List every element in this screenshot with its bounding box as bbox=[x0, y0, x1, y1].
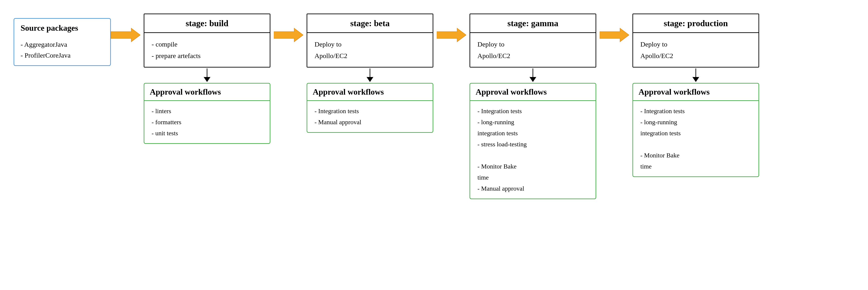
down-arrow-production bbox=[690, 68, 702, 82]
approval-production-item-4 bbox=[640, 139, 751, 150]
approval-production-header: Approval workflows bbox=[633, 83, 758, 101]
approval-production-item-1: - Integration tests bbox=[640, 106, 751, 116]
approval-beta-box: Approval workflows - Integration tests -… bbox=[307, 83, 433, 133]
source-item-2: - ProfilerCoreJava bbox=[21, 50, 104, 61]
svg-marker-8 bbox=[529, 77, 536, 82]
approval-gamma-header: Approval workflows bbox=[470, 83, 595, 101]
approval-gamma-item-8: - Manual approval bbox=[477, 183, 588, 194]
approval-gamma-item-7: time bbox=[477, 172, 588, 183]
source-item-1: - AggregatorJava bbox=[21, 39, 104, 50]
stage-build-item-2: - prepare artefacts bbox=[152, 50, 262, 62]
approval-build-item-3: - unit tests bbox=[152, 128, 262, 139]
approval-production-title: Approval workflows bbox=[639, 87, 710, 97]
stage-production-item-2: Apollo/EC2 bbox=[640, 50, 751, 62]
stage-beta-header: stage: beta bbox=[307, 14, 433, 33]
svg-marker-2 bbox=[204, 77, 211, 82]
approval-build-title: Approval workflows bbox=[150, 87, 221, 97]
stage-gamma-item-1: Deploy to bbox=[477, 38, 588, 50]
svg-marker-9 bbox=[600, 28, 629, 42]
approval-gamma-item-1: - Integration tests bbox=[477, 106, 588, 116]
svg-marker-0 bbox=[111, 28, 140, 42]
diagram-container: Source packages - AggregatorJava - Profi… bbox=[0, 0, 868, 290]
stage-production-item-1: Deploy to bbox=[640, 38, 751, 50]
approval-build-box: Approval workflows - linters - formatter… bbox=[144, 83, 270, 144]
approval-beta-body: - Integration tests - Manual approval bbox=[307, 101, 433, 132]
stage-build-column: stage: build - compile - prepare artefac… bbox=[140, 13, 274, 144]
stage-beta-box: stage: beta Deploy to Apollo/EC2 bbox=[307, 13, 433, 68]
approval-beta-item-3: - Manual approval bbox=[314, 116, 425, 128]
stage-gamma-box: stage: gamma Deploy to Apollo/EC2 bbox=[469, 13, 596, 68]
arrow-4 bbox=[600, 27, 629, 43]
stage-gamma-header: stage: gamma bbox=[470, 14, 595, 33]
stage-build-item-1: - compile bbox=[152, 38, 262, 50]
stage-production-header: stage: production bbox=[633, 14, 758, 33]
stage-gamma-column: stage: gamma Deploy to Apollo/EC2 Approv… bbox=[466, 13, 600, 199]
arrow-1 bbox=[111, 27, 140, 43]
stage-build-header: stage: build bbox=[144, 14, 270, 33]
down-arrow-gamma bbox=[527, 68, 538, 82]
stage-build-title: stage: build bbox=[186, 19, 228, 28]
stage-beta-body: Deploy to Apollo/EC2 bbox=[307, 33, 433, 67]
approval-gamma-item-5 bbox=[477, 150, 588, 161]
source-packages-box: Source packages - AggregatorJava - Profi… bbox=[13, 18, 111, 66]
approval-gamma-item-2: - long-running bbox=[477, 116, 588, 128]
stage-build-body: - compile - prepare artefacts bbox=[144, 33, 270, 67]
stage-gamma-item-2: Apollo/EC2 bbox=[477, 50, 588, 62]
approval-production-item-3: integration tests bbox=[640, 128, 751, 139]
arrow-3 bbox=[437, 27, 466, 43]
stage-production-column: stage: production Deploy to Apollo/EC2 A… bbox=[629, 13, 763, 177]
approval-production-item-5: - Monitor Bake bbox=[640, 150, 751, 161]
svg-marker-5 bbox=[367, 77, 373, 82]
approval-gamma-item-4: - stress load-testing bbox=[477, 139, 588, 150]
approval-beta-header: Approval workflows bbox=[307, 83, 433, 101]
approval-beta-item-1: - Integration tests bbox=[314, 106, 425, 116]
stage-production-title: stage: production bbox=[664, 19, 728, 28]
approval-production-body: - Integration tests - long-running integ… bbox=[633, 101, 758, 176]
approval-build-header: Approval workflows bbox=[144, 83, 270, 101]
approval-production-box: Approval workflows - Integration tests -… bbox=[632, 83, 759, 177]
approval-gamma-item-3: integration tests bbox=[477, 128, 588, 139]
approval-production-item-2: - long-running bbox=[640, 116, 751, 128]
stage-production-box: stage: production Deploy to Apollo/EC2 bbox=[632, 13, 759, 68]
svg-marker-3 bbox=[274, 28, 303, 42]
stage-beta-item-1: Deploy to bbox=[314, 38, 425, 50]
source-title: Source packages bbox=[21, 23, 104, 33]
stage-build-box: stage: build - compile - prepare artefac… bbox=[144, 13, 270, 68]
approval-gamma-title: Approval workflows bbox=[476, 87, 547, 97]
stage-beta-item-2: Apollo/EC2 bbox=[314, 50, 425, 62]
approval-beta-title: Approval workflows bbox=[313, 87, 384, 97]
svg-marker-11 bbox=[692, 77, 699, 82]
approval-build-item-2: - formatters bbox=[152, 116, 262, 128]
down-arrow-beta bbox=[364, 68, 376, 82]
stage-gamma-body: Deploy to Apollo/EC2 bbox=[470, 33, 595, 67]
approval-build-item-1: - linters bbox=[152, 106, 262, 116]
approval-production-item-6: time bbox=[640, 161, 751, 172]
down-arrow-build bbox=[202, 68, 213, 82]
approval-gamma-item-6: - Monitor Bake bbox=[477, 161, 588, 172]
approval-build-body: - linters - formatters - unit tests bbox=[144, 101, 270, 143]
stage-gamma-title: stage: gamma bbox=[507, 19, 558, 28]
stage-beta-title: stage: beta bbox=[350, 19, 390, 28]
approval-gamma-box: Approval workflows - Integration tests -… bbox=[469, 83, 596, 199]
svg-marker-6 bbox=[437, 28, 466, 42]
arrow-2 bbox=[274, 27, 303, 43]
approval-gamma-body: - Integration tests - long-running integ… bbox=[470, 101, 595, 198]
stage-production-body: Deploy to Apollo/EC2 bbox=[633, 33, 758, 67]
stage-beta-column: stage: beta Deploy to Apollo/EC2 Approva… bbox=[303, 13, 437, 133]
